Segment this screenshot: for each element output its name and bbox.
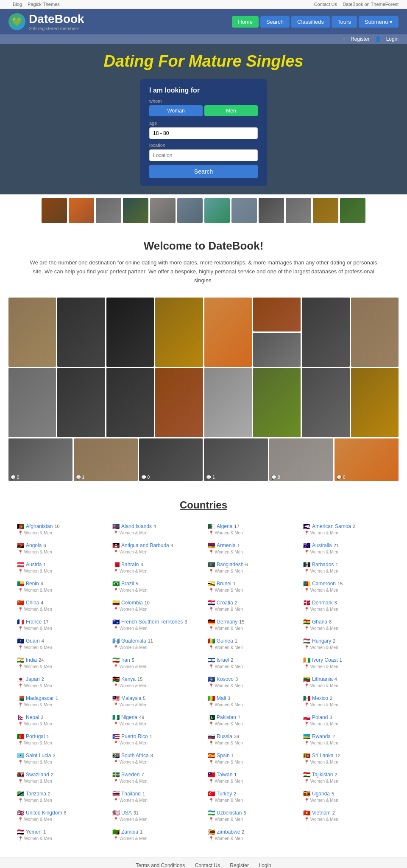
country-link[interactable]: Brazil bbox=[121, 581, 134, 587]
grid-photo-11[interactable] bbox=[106, 368, 154, 437]
blog-link[interactable]: Blog bbox=[13, 2, 22, 7]
country-link[interactable]: Mexico bbox=[312, 695, 328, 701]
country-link[interactable]: Guinea bbox=[217, 638, 233, 644]
country-link[interactable]: Iran bbox=[121, 657, 130, 663]
grid-photo-14[interactable] bbox=[253, 368, 301, 437]
strip-photo-7[interactable] bbox=[204, 198, 230, 223]
country-link[interactable]: Afghanistan bbox=[26, 523, 53, 529]
country-link[interactable]: Mali bbox=[217, 695, 226, 701]
country-link[interactable]: Thailand bbox=[121, 791, 141, 797]
grid-photo-16[interactable] bbox=[351, 368, 399, 437]
country-link[interactable]: Zimbabwe bbox=[217, 829, 240, 835]
strip-photo-8[interactable] bbox=[231, 198, 257, 223]
country-link[interactable]: Japan bbox=[26, 676, 40, 682]
country-link[interactable]: American Samoa bbox=[312, 523, 351, 529]
country-link[interactable]: France bbox=[26, 619, 42, 625]
country-link[interactable]: Portugal bbox=[26, 733, 45, 739]
country-link[interactable]: Madagascar bbox=[26, 695, 54, 701]
country-link[interactable]: Tajikistan bbox=[312, 772, 333, 778]
country-link[interactable]: Algeria bbox=[217, 523, 232, 529]
country-link[interactable]: Sri Lanka bbox=[312, 753, 334, 758]
country-link[interactable]: Bangladesh bbox=[217, 562, 243, 567]
country-link[interactable]: Ghana bbox=[312, 619, 327, 625]
country-link[interactable]: Malaysia bbox=[121, 695, 141, 701]
grid-photo-13[interactable] bbox=[204, 368, 252, 437]
nav-home[interactable]: Home bbox=[232, 16, 259, 28]
terms-link[interactable]: Terms and Conditions bbox=[136, 862, 185, 868]
grid-photo-20[interactable]: 💬 1 bbox=[204, 438, 268, 481]
nav-classifieds[interactable]: Classifieds bbox=[291, 16, 330, 28]
country-link[interactable]: Guatemala bbox=[121, 638, 146, 644]
country-link[interactable]: Cameroon bbox=[312, 581, 336, 587]
contact-footer-link[interactable]: Contact Us bbox=[195, 862, 220, 868]
grid-photo-5[interactable] bbox=[204, 298, 252, 367]
strip-photo-6[interactable] bbox=[177, 198, 203, 223]
grid-photo-9[interactable] bbox=[8, 368, 56, 437]
gender-men-btn[interactable]: Men bbox=[204, 105, 258, 116]
country-link[interactable]: Austria bbox=[26, 562, 42, 567]
grid-photo-2[interactable] bbox=[57, 298, 105, 367]
country-link[interactable]: Taiwan bbox=[217, 772, 232, 778]
grid-photo-4[interactable] bbox=[155, 298, 203, 367]
strip-photo-12[interactable] bbox=[340, 198, 365, 223]
nav-tours[interactable]: Tours bbox=[332, 16, 357, 28]
country-link[interactable]: Benin bbox=[26, 581, 39, 587]
grid-photo-15[interactable] bbox=[302, 368, 349, 437]
country-link[interactable]: Yemen bbox=[26, 829, 42, 835]
country-link[interactable]: Turkey bbox=[217, 791, 232, 797]
country-link[interactable]: Vietnam bbox=[312, 810, 331, 816]
country-link[interactable]: French Southern Territories bbox=[121, 619, 183, 625]
search-button[interactable]: Search bbox=[149, 165, 258, 178]
country-link[interactable]: Poland bbox=[312, 714, 328, 720]
country-link[interactable]: Brunei bbox=[217, 581, 231, 587]
grid-photo-6a[interactable] bbox=[253, 298, 301, 331]
country-link[interactable]: Armenia bbox=[217, 542, 236, 548]
country-link[interactable]: Colombia bbox=[121, 600, 143, 606]
country-link[interactable]: Pakistan bbox=[217, 714, 236, 720]
login-link[interactable]: Login bbox=[386, 36, 399, 42]
nav-search[interactable]: Search bbox=[260, 16, 290, 28]
country-link[interactable]: Puerto Rico bbox=[121, 733, 148, 739]
grid-photo-22[interactable]: 💬 0 bbox=[335, 438, 399, 481]
grid-photo-18[interactable]: 💬 1 bbox=[74, 438, 138, 481]
register-link[interactable]: Register bbox=[351, 36, 370, 42]
country-link[interactable]: Israel bbox=[217, 657, 229, 663]
grid-photo-6b[interactable] bbox=[253, 333, 301, 367]
pagick-link[interactable]: Pagick Themes bbox=[28, 2, 60, 7]
strip-photo-11[interactable] bbox=[313, 198, 338, 223]
country-link[interactable]: Saint Lucia bbox=[26, 753, 51, 758]
country-link[interactable]: Croatia bbox=[217, 600, 233, 606]
strip-photo-1[interactable] bbox=[42, 198, 67, 223]
strip-photo-10[interactable] bbox=[286, 198, 311, 223]
country-link[interactable]: China bbox=[26, 600, 39, 606]
country-link[interactable]: Guam bbox=[26, 638, 40, 644]
grid-photo-10[interactable] bbox=[57, 368, 105, 437]
country-link[interactable]: Germany bbox=[217, 619, 237, 625]
country-link[interactable]: Angola bbox=[26, 542, 42, 548]
country-link[interactable]: USA bbox=[121, 810, 132, 816]
register-footer-link[interactable]: Register bbox=[230, 862, 249, 868]
themeforest-link[interactable]: DateBook on ThemeForest bbox=[343, 2, 399, 7]
country-link[interactable]: Bahrain bbox=[121, 562, 139, 567]
login-footer-link[interactable]: Login bbox=[259, 862, 271, 868]
grid-photo-12[interactable] bbox=[155, 368, 203, 437]
country-link[interactable]: Rwanda bbox=[312, 733, 331, 739]
country-link[interactable]: Uganda bbox=[312, 791, 330, 797]
country-link[interactable]: Australia bbox=[312, 542, 332, 548]
strip-photo-2[interactable] bbox=[69, 198, 94, 223]
country-link[interactable]: Nepal bbox=[26, 714, 39, 720]
grid-photo-1[interactable] bbox=[8, 298, 56, 367]
grid-photo-8[interactable] bbox=[351, 298, 399, 367]
strip-photo-5[interactable] bbox=[150, 198, 176, 223]
age-input[interactable] bbox=[149, 127, 258, 139]
grid-photo-21[interactable]: 💬 0 bbox=[269, 438, 333, 481]
country-link[interactable]: Uzbekistan bbox=[217, 810, 242, 816]
country-link[interactable]: Tanzania bbox=[26, 791, 46, 797]
gender-woman-btn[interactable]: Woman bbox=[149, 105, 203, 116]
country-link[interactable]: India bbox=[26, 657, 37, 663]
country-link[interactable]: Lithuania bbox=[312, 676, 333, 682]
strip-photo-9[interactable] bbox=[259, 198, 284, 223]
country-link[interactable]: Aland Islands bbox=[121, 523, 152, 529]
grid-photo-3[interactable] bbox=[106, 298, 154, 367]
country-link[interactable]: Sweden bbox=[121, 772, 139, 778]
